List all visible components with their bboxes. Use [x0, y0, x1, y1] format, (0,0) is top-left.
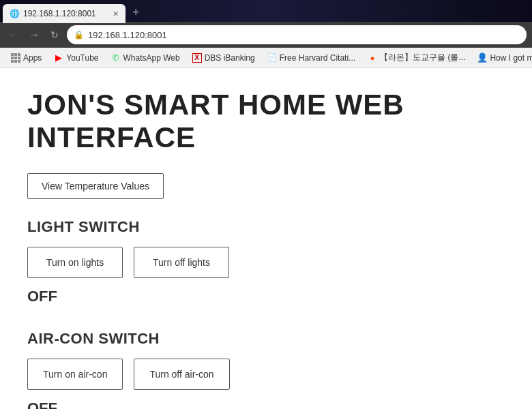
svg-rect-0	[11, 53, 14, 56]
light-switch-title: LIGHT SWITCH	[27, 218, 505, 236]
tab-close-button[interactable]: ✕	[113, 10, 119, 18]
svg-rect-2	[18, 53, 20, 56]
aircon-switch-section: AIR-CON SWITCH Turn on air-con Turn off …	[27, 330, 505, 409]
bookmarks-bar: Apps ▶ YouTube ✆ WhatsApp Web X DBS iBan…	[0, 48, 532, 68]
browser-window: 🌐 192.168.1.120:8001 ✕ + ← → ↻ 🔒 192.168…	[0, 0, 532, 409]
whatsapp-icon: ✆	[111, 53, 121, 63]
youtube-icon: ▶	[54, 53, 63, 63]
aircon-switch-title: AIR-CON SWITCH	[27, 330, 505, 348]
light-switch-buttons: Turn on lights Turn off lights	[27, 247, 505, 278]
bookmark-whatsapp[interactable]: ✆ WhatsApp Web	[106, 52, 186, 64]
bookmark-harvard[interactable]: 📄 Free Harvard Citati...	[262, 52, 361, 64]
back-button[interactable]: ←	[5, 27, 22, 43]
svg-rect-8	[18, 60, 20, 63]
svg-rect-3	[11, 57, 14, 59]
svg-rect-7	[14, 60, 17, 63]
forward-button[interactable]: →	[26, 27, 42, 43]
ragon-icon: ●	[368, 53, 377, 63]
bookmark-ragon[interactable]: ● 【라온】도교구율 (롤...	[362, 50, 471, 65]
page-title: JON'S SMART HOME WEB INTERFACE	[27, 89, 505, 154]
view-temperature-button[interactable]: View Temperature Values	[27, 173, 164, 199]
bookmark-whatsapp-label: WhatsApp Web	[123, 53, 180, 63]
svg-rect-5	[18, 57, 20, 59]
turn-on-lights-button[interactable]: Turn on lights	[27, 247, 123, 278]
bookmark-apps-label: Apps	[23, 53, 42, 63]
bookmark-ragon-label: 【라온】도교구율 (롤...	[380, 52, 465, 63]
bookmark-dbs-label: DBS iBanking	[205, 53, 255, 63]
bookmark-howigot[interactable]: 👤 How I got my Jinha...	[472, 52, 532, 64]
tab-favicon: 🌐	[10, 9, 19, 18]
reddit-icon: 👤	[477, 53, 487, 63]
tab-title: 192.168.1.120:8001	[23, 9, 96, 18]
turn-off-aircon-button[interactable]: Turn off air-con	[134, 359, 229, 390]
svg-rect-4	[14, 57, 17, 59]
tab-bar: 🌐 192.168.1.120:8001 ✕ +	[0, 0, 532, 22]
aircon-status: OFF	[27, 399, 505, 409]
light-status: OFF	[27, 288, 505, 305]
apps-icon	[11, 53, 20, 63]
bookmark-harvard-label: Free Harvard Citati...	[280, 53, 355, 63]
turn-on-aircon-button[interactable]: Turn on air-con	[27, 359, 123, 390]
bookmark-youtube[interactable]: ▶ YouTube	[48, 52, 104, 64]
bookmark-apps[interactable]: Apps	[5, 52, 47, 64]
new-tab-button[interactable]: +	[128, 5, 144, 20]
address-bar: ← → ↻ 🔒 192.168.1.120:8001	[0, 22, 532, 48]
lock-icon: 🔒	[74, 30, 84, 40]
dbs-icon: X	[192, 53, 202, 63]
url-text: 192.168.1.120:8001	[88, 30, 167, 40]
url-bar[interactable]: 🔒 192.168.1.120:8001	[67, 25, 527, 44]
page-content: JON'S SMART HOME WEB INTERFACE View Temp…	[0, 68, 532, 409]
bookmark-youtube-label: YouTube	[66, 53, 98, 63]
harvard-icon: 📄	[267, 53, 277, 63]
turn-off-lights-button[interactable]: Turn off lights	[134, 247, 229, 278]
bookmark-howigot-label: How I got my Jinha...	[490, 53, 532, 63]
aircon-switch-buttons: Turn on air-con Turn off air-con	[27, 359, 505, 390]
refresh-button[interactable]: ↻	[46, 27, 63, 43]
bookmark-dbs[interactable]: X DBS iBanking	[187, 52, 261, 64]
svg-rect-1	[14, 53, 17, 56]
active-tab[interactable]: 🌐 192.168.1.120:8001 ✕	[3, 4, 125, 23]
svg-rect-6	[11, 60, 14, 63]
light-switch-section: LIGHT SWITCH Turn on lights Turn off lig…	[27, 218, 505, 305]
